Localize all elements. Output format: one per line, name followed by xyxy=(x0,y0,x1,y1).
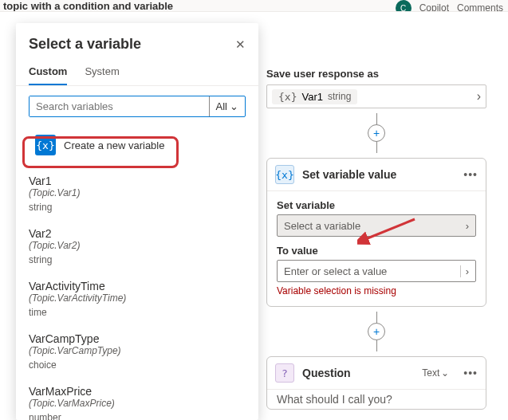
node-menu-button[interactable]: ••• xyxy=(463,168,478,181)
variable-type: choice xyxy=(29,359,246,371)
filter-all-button[interactable]: All ⌄ xyxy=(209,96,245,116)
create-variable-button[interactable]: {x} Create a new variable xyxy=(29,130,246,160)
search-input[interactable] xyxy=(30,96,209,116)
variable-icon: {x} xyxy=(35,135,56,155)
select-variable-dropdown[interactable]: Select a variable › xyxy=(277,214,476,237)
select-variable-panel: Select a variable ✕ Custom System All ⌄ … xyxy=(16,23,258,420)
authoring-canvas: Save user response as {x} Var1 string › … xyxy=(0,11,508,420)
variable-type: string xyxy=(29,254,246,265)
value-picker-button[interactable]: › xyxy=(460,265,469,277)
tab-system[interactable]: System xyxy=(85,61,119,85)
panel-title: Select a variable xyxy=(29,36,235,53)
question-icon: ? xyxy=(275,363,294,383)
close-icon[interactable]: ✕ xyxy=(235,37,246,52)
error-message: Variable selection is missing xyxy=(277,285,476,296)
variable-list-item[interactable]: VarMaxPrice(Topic.VarMaxPrice)number xyxy=(29,379,246,420)
variable-path: (Topic.VarMaxPrice) xyxy=(29,398,246,409)
variable-name: Var1 xyxy=(301,91,323,103)
page-title: topic with a condition and variable xyxy=(3,0,173,12)
variable-name: VarCampType xyxy=(29,332,246,345)
question-prompt[interactable]: What should I call you? xyxy=(267,390,486,409)
variable-name: Var2 xyxy=(29,227,246,240)
variable-path: (Topic.VarActivityTime) xyxy=(29,292,246,304)
variable-type: time xyxy=(29,307,246,318)
set-variable-icon: {x} xyxy=(275,165,294,184)
variable-icon: {x} xyxy=(278,91,297,103)
to-value-input[interactable]: Enter or select a value › xyxy=(277,260,476,282)
chevron-right-icon: › xyxy=(477,89,481,104)
save-response-field[interactable]: {x} Var1 string › xyxy=(266,84,486,108)
variable-name: Var1 xyxy=(29,175,246,187)
variable-list-item[interactable]: VarActivityTime(Topic.VarActivityTime)ti… xyxy=(29,273,246,326)
variable-type: number xyxy=(29,412,246,420)
set-variable-node: {x} Set variable value ••• Set variable … xyxy=(266,158,486,307)
set-variable-label: Set variable xyxy=(277,199,476,211)
variable-list-item[interactable]: Var2(Topic.Var2)string xyxy=(29,221,246,273)
variable-list-item[interactable]: Var1(Topic.Var1)string xyxy=(29,168,246,221)
variable-type: string xyxy=(29,202,246,213)
chevron-down-icon: ⌄ xyxy=(441,367,449,379)
add-node-button[interactable]: + xyxy=(368,323,385,340)
variable-name: VarMaxPrice xyxy=(29,385,246,398)
node-title: Question xyxy=(302,367,414,379)
node-menu-button[interactable]: ••• xyxy=(463,367,478,379)
variable-path: (Topic.VarCampType) xyxy=(29,345,246,356)
variable-list-item[interactable]: VarCampType(Topic.VarCampType)choice xyxy=(29,326,246,379)
variable-name: VarActivityTime xyxy=(29,280,246,292)
chevron-right-icon: › xyxy=(466,220,469,232)
variable-path: (Topic.Var1) xyxy=(29,187,246,198)
chevron-down-icon: ⌄ xyxy=(230,100,238,112)
add-node-button[interactable]: + xyxy=(368,124,385,142)
variable-type: string xyxy=(328,91,351,102)
response-type-picker[interactable]: Text ⌄ xyxy=(422,367,449,379)
tab-custom[interactable]: Custom xyxy=(29,61,67,85)
question-node: ? Question Text ⌄ ••• What should I call… xyxy=(266,356,486,410)
to-value-label: To value xyxy=(277,245,476,257)
variable-path: (Topic.Var2) xyxy=(29,240,246,251)
node-title: Set variable value xyxy=(302,168,455,181)
save-response-label: Save user response as xyxy=(266,68,486,80)
